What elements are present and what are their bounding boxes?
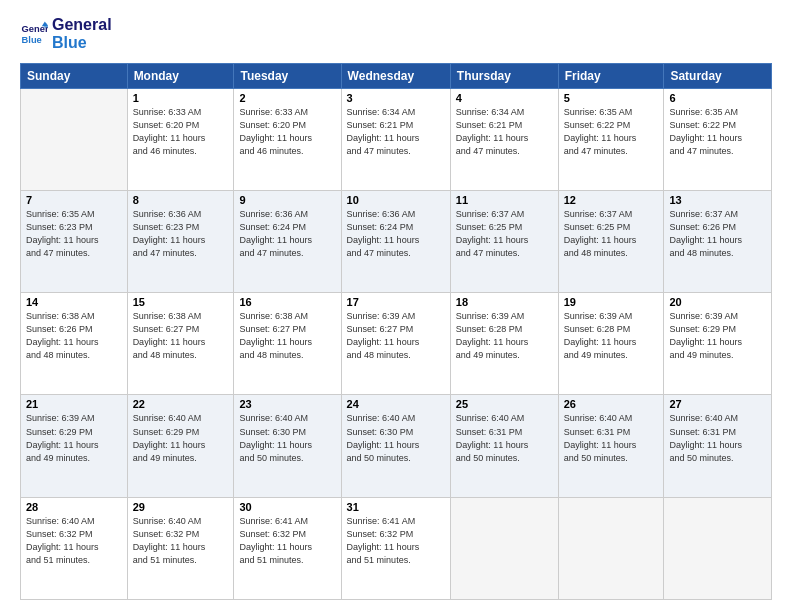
calendar-cell: 24Sunrise: 6:40 AM Sunset: 6:30 PM Dayli… [341, 395, 450, 497]
calendar-cell: 2Sunrise: 6:33 AM Sunset: 6:20 PM Daylig… [234, 88, 341, 190]
day-info: Sunrise: 6:39 AM Sunset: 6:29 PM Dayligh… [26, 412, 122, 464]
header-cell-tuesday: Tuesday [234, 63, 341, 88]
week-row-2: 7Sunrise: 6:35 AM Sunset: 6:23 PM Daylig… [21, 191, 772, 293]
header-cell-sunday: Sunday [21, 63, 128, 88]
day-number: 24 [347, 398, 445, 410]
day-info: Sunrise: 6:39 AM Sunset: 6:28 PM Dayligh… [564, 310, 659, 362]
calendar-cell: 31Sunrise: 6:41 AM Sunset: 6:32 PM Dayli… [341, 497, 450, 599]
day-info: Sunrise: 6:35 AM Sunset: 6:22 PM Dayligh… [669, 106, 766, 158]
day-info: Sunrise: 6:36 AM Sunset: 6:24 PM Dayligh… [347, 208, 445, 260]
day-info: Sunrise: 6:40 AM Sunset: 6:31 PM Dayligh… [456, 412, 553, 464]
week-row-4: 21Sunrise: 6:39 AM Sunset: 6:29 PM Dayli… [21, 395, 772, 497]
week-row-5: 28Sunrise: 6:40 AM Sunset: 6:32 PM Dayli… [21, 497, 772, 599]
day-number: 29 [133, 501, 229, 513]
calendar-cell: 15Sunrise: 6:38 AM Sunset: 6:27 PM Dayli… [127, 293, 234, 395]
calendar-cell: 25Sunrise: 6:40 AM Sunset: 6:31 PM Dayli… [450, 395, 558, 497]
calendar-table: SundayMondayTuesdayWednesdayThursdayFrid… [20, 63, 772, 600]
day-info: Sunrise: 6:34 AM Sunset: 6:21 PM Dayligh… [456, 106, 553, 158]
day-number: 7 [26, 194, 122, 206]
day-number: 21 [26, 398, 122, 410]
day-number: 31 [347, 501, 445, 513]
day-info: Sunrise: 6:41 AM Sunset: 6:32 PM Dayligh… [347, 515, 445, 567]
calendar-header: SundayMondayTuesdayWednesdayThursdayFrid… [21, 63, 772, 88]
calendar-cell: 17Sunrise: 6:39 AM Sunset: 6:27 PM Dayli… [341, 293, 450, 395]
calendar-cell: 12Sunrise: 6:37 AM Sunset: 6:25 PM Dayli… [558, 191, 664, 293]
calendar-cell: 29Sunrise: 6:40 AM Sunset: 6:32 PM Dayli… [127, 497, 234, 599]
calendar-cell: 18Sunrise: 6:39 AM Sunset: 6:28 PM Dayli… [450, 293, 558, 395]
day-number: 18 [456, 296, 553, 308]
logo-text-blue: Blue [52, 34, 112, 52]
calendar-cell [558, 497, 664, 599]
logo: General Blue General Blue [20, 16, 112, 53]
day-number: 23 [239, 398, 335, 410]
calendar-cell: 3Sunrise: 6:34 AM Sunset: 6:21 PM Daylig… [341, 88, 450, 190]
day-info: Sunrise: 6:40 AM Sunset: 6:32 PM Dayligh… [26, 515, 122, 567]
day-info: Sunrise: 6:35 AM Sunset: 6:22 PM Dayligh… [564, 106, 659, 158]
day-number: 17 [347, 296, 445, 308]
day-number: 12 [564, 194, 659, 206]
week-row-3: 14Sunrise: 6:38 AM Sunset: 6:26 PM Dayli… [21, 293, 772, 395]
day-number: 8 [133, 194, 229, 206]
day-number: 15 [133, 296, 229, 308]
day-info: Sunrise: 6:40 AM Sunset: 6:32 PM Dayligh… [133, 515, 229, 567]
week-row-1: 1Sunrise: 6:33 AM Sunset: 6:20 PM Daylig… [21, 88, 772, 190]
day-number: 30 [239, 501, 335, 513]
day-info: Sunrise: 6:38 AM Sunset: 6:26 PM Dayligh… [26, 310, 122, 362]
calendar-cell: 14Sunrise: 6:38 AM Sunset: 6:26 PM Dayli… [21, 293, 128, 395]
logo-icon: General Blue [20, 20, 48, 48]
calendar-cell: 13Sunrise: 6:37 AM Sunset: 6:26 PM Dayli… [664, 191, 772, 293]
calendar-cell: 22Sunrise: 6:40 AM Sunset: 6:29 PM Dayli… [127, 395, 234, 497]
day-number: 3 [347, 92, 445, 104]
day-info: Sunrise: 6:36 AM Sunset: 6:24 PM Dayligh… [239, 208, 335, 260]
header-cell-thursday: Thursday [450, 63, 558, 88]
day-info: Sunrise: 6:38 AM Sunset: 6:27 PM Dayligh… [239, 310, 335, 362]
day-number: 10 [347, 194, 445, 206]
day-number: 4 [456, 92, 553, 104]
day-number: 13 [669, 194, 766, 206]
day-info: Sunrise: 6:40 AM Sunset: 6:30 PM Dayligh… [239, 412, 335, 464]
day-number: 6 [669, 92, 766, 104]
page: General Blue General Blue SundayMondayTu… [0, 0, 792, 612]
header-row: SundayMondayTuesdayWednesdayThursdayFrid… [21, 63, 772, 88]
calendar-cell: 26Sunrise: 6:40 AM Sunset: 6:31 PM Dayli… [558, 395, 664, 497]
day-number: 27 [669, 398, 766, 410]
day-number: 16 [239, 296, 335, 308]
day-info: Sunrise: 6:36 AM Sunset: 6:23 PM Dayligh… [133, 208, 229, 260]
day-number: 11 [456, 194, 553, 206]
calendar-cell: 21Sunrise: 6:39 AM Sunset: 6:29 PM Dayli… [21, 395, 128, 497]
day-info: Sunrise: 6:39 AM Sunset: 6:28 PM Dayligh… [456, 310, 553, 362]
day-info: Sunrise: 6:41 AM Sunset: 6:32 PM Dayligh… [239, 515, 335, 567]
calendar-cell: 9Sunrise: 6:36 AM Sunset: 6:24 PM Daylig… [234, 191, 341, 293]
calendar-cell: 28Sunrise: 6:40 AM Sunset: 6:32 PM Dayli… [21, 497, 128, 599]
calendar-cell [21, 88, 128, 190]
day-number: 5 [564, 92, 659, 104]
calendar-cell [450, 497, 558, 599]
day-number: 2 [239, 92, 335, 104]
day-info: Sunrise: 6:40 AM Sunset: 6:29 PM Dayligh… [133, 412, 229, 464]
day-info: Sunrise: 6:37 AM Sunset: 6:25 PM Dayligh… [564, 208, 659, 260]
day-number: 19 [564, 296, 659, 308]
day-number: 1 [133, 92, 229, 104]
day-info: Sunrise: 6:38 AM Sunset: 6:27 PM Dayligh… [133, 310, 229, 362]
header-cell-friday: Friday [558, 63, 664, 88]
calendar-body: 1Sunrise: 6:33 AM Sunset: 6:20 PM Daylig… [21, 88, 772, 599]
calendar-cell: 8Sunrise: 6:36 AM Sunset: 6:23 PM Daylig… [127, 191, 234, 293]
header-cell-wednesday: Wednesday [341, 63, 450, 88]
header: General Blue General Blue [20, 16, 772, 53]
day-number: 22 [133, 398, 229, 410]
calendar-cell: 5Sunrise: 6:35 AM Sunset: 6:22 PM Daylig… [558, 88, 664, 190]
calendar-cell: 16Sunrise: 6:38 AM Sunset: 6:27 PM Dayli… [234, 293, 341, 395]
header-cell-saturday: Saturday [664, 63, 772, 88]
logo-text-general: General [52, 16, 112, 34]
calendar-cell: 19Sunrise: 6:39 AM Sunset: 6:28 PM Dayli… [558, 293, 664, 395]
calendar-cell: 7Sunrise: 6:35 AM Sunset: 6:23 PM Daylig… [21, 191, 128, 293]
calendar-cell: 27Sunrise: 6:40 AM Sunset: 6:31 PM Dayli… [664, 395, 772, 497]
calendar-cell: 6Sunrise: 6:35 AM Sunset: 6:22 PM Daylig… [664, 88, 772, 190]
calendar-cell [664, 497, 772, 599]
calendar-cell: 11Sunrise: 6:37 AM Sunset: 6:25 PM Dayli… [450, 191, 558, 293]
day-info: Sunrise: 6:34 AM Sunset: 6:21 PM Dayligh… [347, 106, 445, 158]
day-number: 9 [239, 194, 335, 206]
calendar-cell: 1Sunrise: 6:33 AM Sunset: 6:20 PM Daylig… [127, 88, 234, 190]
day-number: 25 [456, 398, 553, 410]
day-info: Sunrise: 6:37 AM Sunset: 6:26 PM Dayligh… [669, 208, 766, 260]
